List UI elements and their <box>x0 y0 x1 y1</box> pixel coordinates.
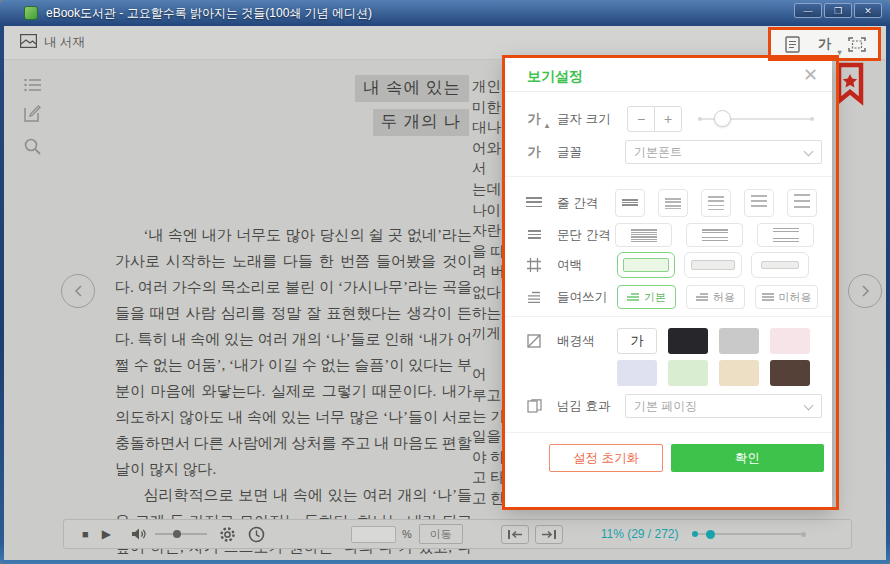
text-line: 루고 <box>472 385 503 406</box>
progress-end-dot <box>801 532 806 537</box>
indent-label: 들여쓰기 <box>557 289 607 306</box>
confirm-button[interactable]: 확인 <box>671 444 824 472</box>
text-line: 는 기 <box>472 406 503 427</box>
margin-label: 여백 <box>557 257 582 274</box>
divider <box>505 316 832 317</box>
my-library-label: 내 서재 <box>44 34 85 51</box>
indent-option-allow[interactable]: 허용 <box>686 285 745 309</box>
line-spacing-icon <box>525 197 543 210</box>
minimize-button[interactable]: — <box>794 3 822 18</box>
right-page-text-fragments: 개인미한대나어와서는데나이자란을 따려 버없다하는끼게어루고는 기일을야 하고 … <box>472 76 503 508</box>
panel-title: 보기설정 <box>527 68 583 86</box>
font-size-slider-thumb[interactable] <box>714 110 731 127</box>
font-size-label: 글자 크기 <box>557 111 610 128</box>
background-swatch-8[interactable] <box>770 360 810 386</box>
divider <box>505 176 832 177</box>
app-icon <box>24 6 38 20</box>
bookmark-icon[interactable] <box>836 62 864 106</box>
text-line: 고 타 <box>472 467 503 488</box>
volume-icon[interactable] <box>131 527 147 541</box>
paragraph-spacing-option-1[interactable] <box>615 223 672 247</box>
app-window: eBook도서관 - 고요할수록 밝아지는 것들(100쇄 기념 에디션) — … <box>0 0 890 564</box>
text-line: 려 버 <box>472 261 503 282</box>
font-size-decrease-button[interactable]: − <box>627 106 655 132</box>
search-icon[interactable] <box>24 138 42 156</box>
background-swatch-7[interactable] <box>719 360 759 386</box>
page-text: ‘내 속엔 내가 너무도 많아 당신의 쉴 곳 없네’라는 가사로 시작하는 노… <box>115 222 472 560</box>
reading-note-icon[interactable] <box>781 33 803 55</box>
background-swatch-4[interactable] <box>770 328 810 354</box>
progress-slider-thumb[interactable] <box>706 530 715 539</box>
margin-option-2[interactable] <box>684 252 742 278</box>
bottom-toolbar: ■ ▶ % 이동 11% (29 / 272) <box>63 519 852 549</box>
font-size-slider[interactable] <box>698 106 814 132</box>
text-line: 어 <box>472 364 503 385</box>
indent-option-disallow[interactable]: 미허용 <box>755 285 818 309</box>
background-swatch-3[interactable] <box>719 328 759 354</box>
text-line: 일을 <box>472 426 503 447</box>
line-spacing-option-4[interactable] <box>744 189 774 217</box>
text-line: 미한 <box>472 97 503 118</box>
background-swatch-1[interactable]: 가 <box>617 328 657 354</box>
line-spacing-option-5[interactable] <box>787 189 817 217</box>
page-paragraph: ‘내 속엔 내가 너무도 많아 당신의 쉴 곳 없네’라는 가사로 시작하는 노… <box>115 222 472 482</box>
page-effect-select[interactable]: 기본 페이징 <box>625 394 822 418</box>
text-line: 대나 <box>472 117 503 138</box>
percent-label: % <box>402 528 412 540</box>
line-spacing-option-1[interactable] <box>615 189 645 217</box>
background-swatch-6[interactable] <box>668 360 708 386</box>
annotation-box-toolbar: 가▾ <box>768 27 881 61</box>
close-window-button[interactable]: ✕ <box>854 3 882 18</box>
line-spacing-option-3[interactable] <box>701 189 731 217</box>
prev-page-button[interactable] <box>61 274 95 308</box>
background-swatch-5[interactable] <box>617 360 657 386</box>
text-line: 야 하 <box>472 447 503 468</box>
page-effect-value: 기본 페이징 <box>634 398 697 415</box>
jump-back-button[interactable] <box>501 525 529 544</box>
volume-slider-thumb[interactable] <box>173 530 181 538</box>
toc-icon[interactable] <box>24 78 42 96</box>
maximize-button[interactable]: ❒ <box>824 3 852 18</box>
text-line: 자란 <box>472 220 503 241</box>
font-size-increase-button[interactable]: + <box>654 106 682 132</box>
view-settings-icon[interactable]: 가▾ <box>814 33 836 55</box>
progress-start-dot <box>692 531 698 537</box>
volume-slider[interactable] <box>155 529 207 539</box>
fullscreen-icon[interactable] <box>846 33 868 55</box>
page-effect-label: 넘김 효과 <box>557 398 610 415</box>
text-line: 개인 <box>472 76 503 97</box>
font-size-icon: 가▴ <box>525 110 543 128</box>
panel-header: 보기설정 ✕ <box>505 58 832 92</box>
tts-settings-gear-icon[interactable] <box>219 526 236 543</box>
font-family-select[interactable]: 기본폰트 <box>625 140 822 164</box>
jump-forward-button[interactable] <box>535 525 563 544</box>
divider <box>505 432 832 433</box>
indent-option-default[interactable]: 기본 <box>617 285 676 309</box>
close-panel-icon[interactable]: ✕ <box>803 64 818 86</box>
progress-slider[interactable] <box>693 528 805 540</box>
font-glyph: 가 <box>818 35 831 53</box>
note-edit-icon[interactable] <box>24 104 42 122</box>
text-line: 서 <box>472 158 503 179</box>
tts-stop-button[interactable]: ■ <box>82 528 89 540</box>
reading-timer-icon[interactable] <box>248 526 265 543</box>
goto-percent-input[interactable] <box>351 526 396 543</box>
font-size-stepper: − + <box>627 106 682 132</box>
background-swatch-2[interactable] <box>668 328 708 354</box>
chapter-title: 내 속에 있는 두 개의 나 <box>254 75 469 143</box>
text-line: 하는 <box>472 303 503 324</box>
view-settings-panel: 보기설정 ✕ 가▴ 글자 크기 − + <box>505 58 832 507</box>
margin-option-3[interactable] <box>751 252 809 278</box>
paragraph-spacing-option-2[interactable] <box>686 223 743 247</box>
reset-settings-button[interactable]: 설정 초기화 <box>549 444 663 472</box>
goto-button[interactable]: 이동 <box>419 524 463 544</box>
my-library-button[interactable]: 내 서재 <box>20 34 85 51</box>
line-spacing-option-2[interactable] <box>658 189 688 217</box>
paragraph-spacing-option-3[interactable] <box>757 223 814 247</box>
next-page-button[interactable] <box>848 274 882 308</box>
app-toolbar: 내 서재 <box>4 26 886 60</box>
margin-option-1[interactable] <box>617 252 675 278</box>
title-bar[interactable]: eBook도서관 - 고요할수록 밝아지는 것들(100쇄 기념 에디션) — … <box>0 0 890 26</box>
text-line: 없다 <box>472 282 503 303</box>
tts-play-button[interactable]: ▶ <box>102 527 111 541</box>
